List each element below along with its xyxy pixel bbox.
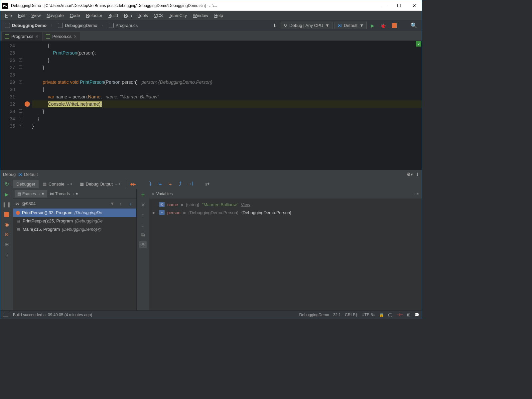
menu-window[interactable]: Window — [190, 12, 211, 19]
close-button[interactable]: ✕ — [407, 1, 422, 11]
code-area[interactable]: ✓ { PrintPerson(person); } } private sta… — [32, 41, 422, 170]
hide-icon[interactable]: ⤓ — [416, 172, 419, 177]
git-icon[interactable]: ⊣⊢ — [396, 313, 403, 317]
variable-row[interactable]: IDname={string} "Maarten Balliauw" View — [151, 200, 421, 208]
menu-code[interactable]: Code — [67, 12, 83, 19]
add-watch-button[interactable]: + — [139, 191, 147, 199]
line-number[interactable]: 28 — [0, 71, 32, 78]
menu-refactor[interactable]: Refactor — [83, 12, 105, 19]
resume-button[interactable]: ▶ — [3, 191, 10, 198]
code-line[interactable]: Console.WriteLine(name); — [32, 100, 422, 108]
lock-icon[interactable]: 🔒 — [379, 313, 384, 317]
copy-button[interactable]: ⧉ — [139, 231, 147, 238]
breadcrumb-file[interactable]: Program.cs — [107, 22, 140, 29]
breadcrumb-project[interactable]: DebuggingDemo — [56, 22, 99, 29]
move-down-button[interactable]: ↓ — [139, 221, 147, 228]
code-line[interactable] — [32, 71, 422, 78]
show-execution-point-button[interactable]: ●▸ — [128, 179, 138, 189]
more-button[interactable]: » — [3, 251, 10, 258]
status-encoding[interactable]: UTF-8‡ — [361, 313, 375, 317]
settings-icon[interactable]: ⚙▾ — [407, 172, 413, 177]
pin-icon[interactable]: →⁕ — [412, 192, 419, 196]
menu-teamcity[interactable]: TeamCity — [166, 12, 190, 19]
line-number[interactable]: 33− — [0, 108, 32, 115]
stack-frame[interactable]: ▤Main():15, Program (DebuggingDemo)@ — [13, 225, 136, 233]
inspect-icon[interactable]: ◯ — [388, 313, 392, 317]
close-tab-icon[interactable]: ✕ — [35, 34, 39, 39]
tool-window-icon[interactable] — [3, 313, 8, 317]
pause-button[interactable]: ❚❚ — [3, 201, 10, 208]
gutter[interactable]: 242526−27−2829−303132✓33−34−35− — [0, 41, 32, 170]
variable-row[interactable]: ▶≡person={DebuggingDemo.Person} {Debuggi… — [151, 208, 421, 216]
line-number[interactable]: 30 — [0, 86, 32, 93]
code-line[interactable]: } — [32, 108, 422, 115]
memory-icon[interactable]: ⊞ — [407, 313, 410, 317]
minimize-button[interactable]: — — [376, 1, 391, 11]
target-dropdown[interactable]: ⋈Default▼ — [334, 22, 367, 29]
step-out-button[interactable]: ⤴ — [176, 179, 185, 189]
next-frame-button[interactable]: ↓ — [126, 201, 134, 206]
search-button[interactable]: 🔍 — [409, 22, 419, 29]
editor-tab[interactable]: Person.cs✕ — [43, 32, 80, 41]
expand-icon[interactable]: ▶ — [153, 211, 157, 214]
frames-tab[interactable]: ▤Frames→⁕ — [15, 190, 47, 198]
line-number[interactable]: 26− — [0, 57, 32, 64]
line-number[interactable]: 24 — [0, 42, 32, 49]
run-to-cursor-button[interactable]: →I — [186, 179, 195, 189]
fold-icon[interactable]: − — [19, 109, 22, 113]
run-config-dropdown[interactable]: ↻Debug | Any CPU▼ — [281, 22, 332, 29]
move-up-button[interactable]: ↑ — [139, 211, 147, 218]
menu-edit[interactable]: Edit — [15, 12, 28, 19]
menu-navigate[interactable]: Navigate — [44, 12, 66, 19]
notifications-icon[interactable]: 💬 — [414, 313, 419, 317]
stop-button[interactable] — [390, 23, 399, 29]
build-button[interactable]: ⬇ — [271, 22, 279, 29]
remove-watch-button[interactable]: ✕ — [139, 201, 147, 208]
force-step-into-button[interactable]: ⤷ — [166, 179, 175, 189]
editor-tab[interactable]: Program.cs✕ — [2, 32, 42, 41]
line-number[interactable]: 31 — [0, 93, 32, 100]
code-line[interactable]: PrintPerson(person); — [32, 49, 422, 57]
menu-vcs[interactable]: VCS — [151, 12, 166, 19]
step-over-button[interactable]: ⤵ — [146, 179, 155, 189]
menu-view[interactable]: View — [29, 12, 43, 19]
code-line[interactable]: } — [32, 57, 422, 64]
menu-run[interactable]: Run — [121, 12, 135, 19]
rerun-button[interactable]: ↻ — [1, 179, 12, 189]
debug-button[interactable]: 🐞 — [378, 22, 388, 29]
fold-icon[interactable]: − — [19, 80, 22, 83]
line-number[interactable]: 29− — [0, 78, 32, 86]
code-line[interactable]: } — [32, 64, 422, 71]
threads-tab[interactable]: ⋈Threads→⁕ — [47, 190, 81, 198]
stack-frame[interactable]: PrintPerson():32, Program (DebuggingDe — [13, 208, 136, 217]
step-into-button[interactable]: ⤷ — [156, 179, 165, 189]
evaluate-button[interactable]: ⇄ — [203, 179, 212, 189]
code-line[interactable]: } — [32, 115, 422, 122]
line-number[interactable]: 34− — [0, 115, 32, 122]
line-number[interactable]: 27− — [0, 64, 32, 71]
status-caret-pos[interactable]: 32:1 — [333, 313, 341, 317]
run-button[interactable]: ▶ — [369, 22, 376, 29]
status-line-sep[interactable]: CRLF‡ — [345, 313, 357, 317]
fold-icon[interactable]: − — [19, 58, 22, 62]
status-project[interactable]: DebuggingDemo — [299, 313, 329, 317]
menu-help[interactable]: Help — [211, 12, 226, 19]
code-line[interactable]: } — [32, 122, 422, 130]
code-line[interactable]: { — [32, 86, 422, 93]
fold-icon[interactable]: − — [19, 66, 22, 69]
debugger-tab[interactable]: Debugger — [13, 180, 39, 188]
menu-tools[interactable]: Tools — [135, 12, 151, 19]
menu-file[interactable]: File — [2, 12, 15, 19]
code-line[interactable]: { — [32, 42, 422, 49]
line-number[interactable]: 32✓ — [0, 100, 32, 108]
prev-frame-button[interactable]: ↑ — [116, 201, 124, 206]
thread-selector[interactable]: ⋈@9804 ▼ ↑ ↓ — [13, 199, 136, 208]
code-line[interactable]: var name = person.Name; name: "Maarten B… — [32, 93, 422, 100]
mute-breakpoints-button[interactable]: ⊘ — [3, 231, 10, 238]
show-watches-button[interactable]: 👁 — [139, 241, 147, 248]
debug-config-label[interactable]: ⋈Default — [18, 172, 38, 177]
debug-output-tab[interactable]: ▦Debug Output→⁕ — [76, 180, 124, 188]
stack-frame[interactable]: ▤PrintPeople():25, Program (DebuggingDe — [13, 217, 136, 225]
close-tab-icon[interactable]: ✕ — [73, 34, 77, 39]
maximize-button[interactable]: ☐ — [391, 1, 407, 11]
